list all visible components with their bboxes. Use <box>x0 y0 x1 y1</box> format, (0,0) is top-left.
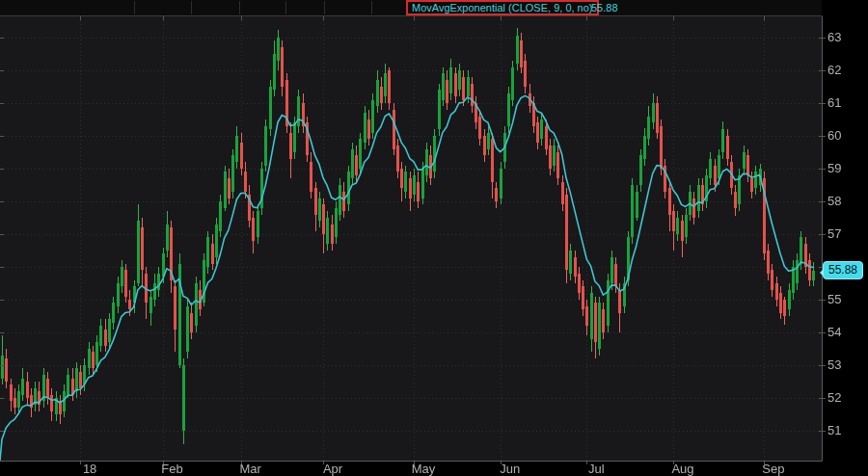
price-axis-label: 61 <box>827 95 841 111</box>
price-axis-label: 63 <box>827 30 841 45</box>
header-divider <box>239 1 240 14</box>
chart-window: MovAvgExponential (CLOSE, 9, 0, no) 55.8… <box>0 0 868 476</box>
price-axis-label: 53 <box>827 357 841 373</box>
time-axis-label: May <box>412 462 436 476</box>
chart-header-strip: MovAvgExponential (CLOSE, 9, 0, no) 55.8… <box>0 0 822 16</box>
time-axis-label: Mar <box>239 462 260 476</box>
price-axis-label: 55 <box>827 292 841 307</box>
header-divider <box>324 1 325 14</box>
time-axis-label: Feb <box>161 462 182 476</box>
price-axis-label: 58 <box>827 194 841 209</box>
header-divider <box>285 1 286 14</box>
time-axis-label: 18 <box>83 462 96 476</box>
ema-value-badge: 55.88 <box>823 261 863 279</box>
price-axis-label: 60 <box>827 128 841 144</box>
time-axis-label: Jun <box>500 462 520 476</box>
price-axis-label: 51 <box>827 423 841 438</box>
header-divider <box>371 1 372 14</box>
time-axis-label: Jul <box>588 462 605 476</box>
indicator-label-box[interactable]: MovAvgExponential (CLOSE, 9, 0, no) <box>406 0 599 15</box>
header-divider <box>134 1 135 14</box>
header-divider <box>191 1 192 14</box>
price-axis-label: 54 <box>827 325 841 340</box>
price-axis-label: 62 <box>827 63 841 78</box>
price-axis-label: 57 <box>827 226 841 242</box>
price-axis-label: 59 <box>827 161 841 176</box>
time-axis-label: Apr <box>323 462 342 476</box>
indicator-label[interactable]: MovAvgExponential (CLOSE, 9, 0, no) <box>412 3 593 13</box>
price-axis-label: 52 <box>827 390 841 406</box>
time-axis-label: Aug <box>671 462 693 476</box>
candlestick-chart-canvas[interactable] <box>0 0 868 476</box>
indicator-last-value: 55.88 <box>591 2 618 13</box>
time-axis-label: Sep <box>762 462 784 476</box>
